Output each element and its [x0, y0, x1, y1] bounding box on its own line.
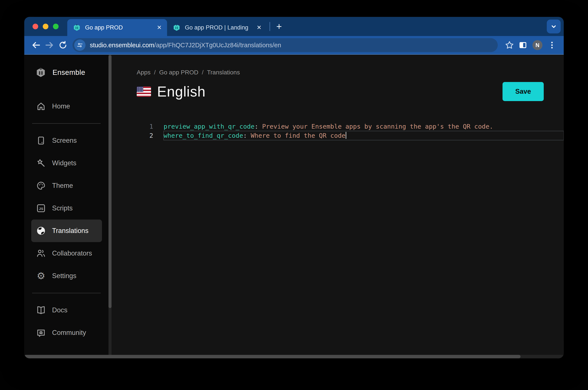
- ensemble-favicon-icon: [73, 24, 81, 31]
- js-icon: JS: [36, 203, 46, 213]
- reload-icon: [58, 40, 68, 50]
- sidebar-item-collaborators[interactable]: Collaborators: [31, 242, 102, 265]
- code-line[interactable]: 1 preview_app_with_qr_code: Preview your…: [137, 122, 564, 131]
- sidebar-item-label: Translations: [52, 227, 89, 235]
- breadcrumb-apps[interactable]: Apps: [137, 69, 150, 76]
- url-text: studio.ensembleui.com/app/FhQC7J2DjXTg0U…: [90, 42, 281, 49]
- reload-button[interactable]: [57, 39, 69, 51]
- sidebar-item-translations[interactable]: Translations: [31, 220, 102, 242]
- window-controls: [24, 24, 67, 29]
- breadcrumb-separator: /: [154, 69, 156, 76]
- url-path: /app/FhQC7J2DjXTg0UcJz84i/translations/e…: [154, 42, 281, 49]
- browser-menu-button[interactable]: [546, 39, 558, 51]
- horizontal-scrollbar[interactable]: [24, 355, 564, 358]
- tab-go-app-prod-landing[interactable]: Go app PROD | Landing ✕: [167, 19, 267, 36]
- discord-icon: [36, 328, 46, 338]
- tab-close-icon[interactable]: ✕: [255, 23, 263, 32]
- sidebar-item-label: Theme: [52, 182, 73, 190]
- star-icon: [504, 40, 514, 50]
- sidebar-item-label: Docs: [52, 306, 67, 314]
- tab-title: Go app PROD | Landing: [185, 24, 255, 31]
- sidebar-item-screens[interactable]: Screens: [31, 129, 102, 152]
- code-text[interactable]: preview_app_with_qr_code: Preview your E…: [164, 122, 564, 131]
- minimize-window-button[interactable]: [43, 24, 49, 29]
- back-button[interactable]: [30, 39, 42, 51]
- text-cursor: [346, 132, 346, 139]
- tab-strip: Go app PROD ✕ Go app PROD | Landing ✕ +: [24, 17, 564, 36]
- breadcrumb: Apps / Go app PROD / Translations: [137, 69, 564, 76]
- line-number: 1: [137, 122, 153, 131]
- chevron-down-icon: [550, 23, 558, 30]
- tab-go-app-prod[interactable]: Go app PROD ✕: [67, 19, 167, 36]
- line-number: 2: [137, 131, 153, 140]
- page-title: English: [157, 83, 205, 100]
- sidebar-item-theme[interactable]: Theme: [31, 174, 102, 197]
- breadcrumb-separator: /: [202, 69, 203, 76]
- yaml-colon: :: [254, 123, 262, 130]
- translations-code-editor[interactable]: 1 preview_app_with_qr_code: Preview your…: [137, 122, 564, 140]
- sidebar-item-label: Community: [52, 329, 86, 337]
- back-arrow-icon: [31, 40, 41, 50]
- desktop-background: Go app PROD ✕ Go app PROD | Landing ✕ +: [0, 0, 588, 390]
- us-flag-icon: [137, 87, 151, 97]
- tab-title: Go app PROD: [85, 24, 155, 31]
- sidebar-item-label: Scripts: [52, 204, 73, 212]
- scrollbar-thumb[interactable]: [108, 55, 111, 308]
- sidebar-item-label: Home: [52, 102, 70, 110]
- sidebar-item-label: Settings: [52, 272, 76, 280]
- scrollbar-thumb[interactable]: [24, 355, 521, 358]
- sidebar-item-label: Collaborators: [52, 249, 92, 257]
- zoom-window-button[interactable]: [53, 24, 59, 29]
- tab-search-chevron-button[interactable]: [547, 19, 561, 33]
- page-header: English Save: [137, 82, 564, 101]
- close-window-button[interactable]: [33, 24, 38, 29]
- screens-icon: [36, 136, 46, 146]
- breadcrumb-translations[interactable]: Translations: [207, 69, 240, 76]
- side-panel-button[interactable]: [517, 39, 529, 51]
- sidebar-item-docs[interactable]: Docs: [31, 299, 102, 321]
- page-body: Ensemble Home: [24, 55, 564, 355]
- sidebar-item-label: Screens: [52, 137, 77, 145]
- sidebar-item-label: Widgets: [52, 159, 76, 167]
- main-content: Apps / Go app PROD / Translations Englis…: [111, 55, 564, 355]
- breadcrumb-go-app-prod[interactable]: Go app PROD: [159, 69, 198, 76]
- browser-window: Go app PROD ✕ Go app PROD | Landing ✕ +: [24, 17, 564, 358]
- svg-text:JS: JS: [39, 207, 43, 211]
- yaml-colon: :: [243, 132, 251, 139]
- yaml-key: where_to_find_qr_code: [164, 132, 243, 139]
- site-settings-icon[interactable]: [74, 40, 86, 51]
- ensemble-logo-icon: [36, 67, 46, 78]
- sidebar-item-scripts[interactable]: JS Scripts: [31, 197, 102, 220]
- sidebar-item-widgets[interactable]: Widgets: [31, 152, 102, 174]
- kebab-menu-icon: [547, 40, 557, 50]
- side-panel-icon: [518, 40, 528, 50]
- brand-name: Ensemble: [52, 68, 85, 77]
- code-line-active[interactable]: 2 where_to_find_qr_code: Where to find t…: [137, 131, 564, 140]
- yaml-key: preview_app_with_qr_code: [164, 123, 254, 130]
- globe-icon: [36, 226, 46, 236]
- content-scrollbar[interactable]: [108, 55, 111, 355]
- code-text[interactable]: where_to_find_qr_code: Where to find the…: [164, 131, 564, 140]
- sidebar-divider: [32, 293, 101, 293]
- save-button[interactable]: Save: [502, 82, 544, 101]
- people-icon: [36, 248, 46, 258]
- forward-button[interactable]: [43, 39, 55, 51]
- tab-close-icon[interactable]: ✕: [155, 23, 164, 32]
- forward-arrow-icon: [44, 40, 55, 50]
- sidebar-item-settings[interactable]: ⚙ Settings: [31, 265, 102, 287]
- yaml-value: Where to find the QR code: [251, 132, 346, 139]
- sidebar-item-home[interactable]: Home: [31, 95, 102, 118]
- brand[interactable]: Ensemble: [24, 62, 108, 83]
- url-bar[interactable]: studio.ensembleui.com/app/FhQC7J2DjXTg0U…: [72, 38, 498, 52]
- tune-icon: [76, 42, 83, 49]
- bookmark-button[interactable]: [503, 39, 516, 51]
- yaml-value: Preview your Ensemble apps by scanning t…: [262, 123, 493, 130]
- sidebar: Ensemble Home: [24, 55, 108, 355]
- new-tab-button[interactable]: +: [273, 20, 285, 33]
- url-domain: studio.ensembleui.com: [90, 42, 154, 49]
- profile-avatar[interactable]: N: [533, 40, 542, 50]
- browser-toolbar: studio.ensembleui.com/app/FhQC7J2DjXTg0U…: [24, 36, 564, 55]
- palette-icon: [36, 181, 46, 191]
- tab-separator: [269, 22, 270, 31]
- sidebar-item-community[interactable]: Community: [31, 321, 102, 344]
